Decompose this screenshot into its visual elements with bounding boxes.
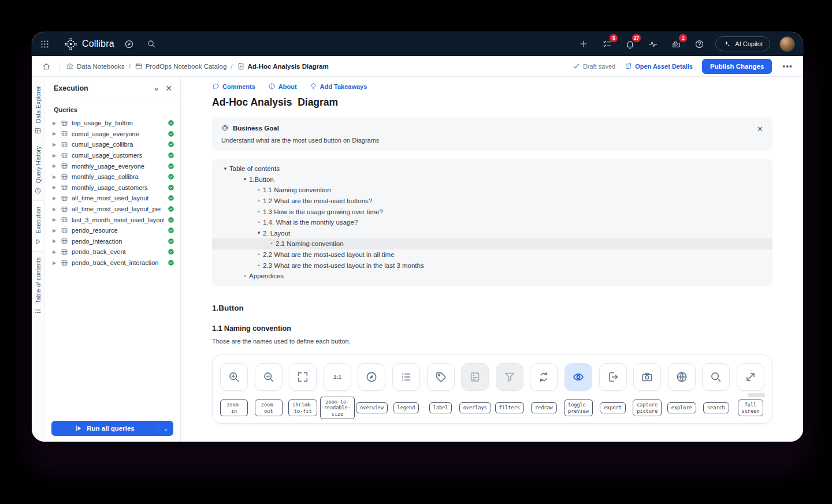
gallery-label-chip: filters [495, 402, 524, 413]
gallery-button-search[interactable] [702, 363, 730, 391]
rail-tab-data-explorer[interactable]: Data Explorer [32, 80, 44, 140]
toc-item-row[interactable]: •1.3 How is the usage growing over time? [212, 206, 772, 217]
caret-down-icon[interactable]: ▼ [221, 166, 229, 171]
expand-caret-icon[interactable]: ▶ [53, 249, 57, 255]
home-icon[interactable] [39, 59, 54, 74]
gallery-item: shrink- to-fit [289, 363, 317, 420]
toc-item-row[interactable]: •1.1 Naming convention [212, 185, 772, 196]
horizontal-scrollbar-thumb[interactable] [748, 393, 765, 397]
expand-caret-icon[interactable]: ▶ [53, 121, 57, 126]
query-row[interactable]: ▶pendo_track_event_interaction [53, 257, 174, 268]
query-row[interactable]: ▶all_time_most_used_layout [53, 193, 174, 204]
expand-caret-icon[interactable]: ▶ [53, 228, 57, 233]
add-icon[interactable] [577, 37, 590, 51]
gallery-button-zoom-in[interactable] [220, 363, 248, 391]
breadcrumb-notebook-catalog[interactable]: ProdOps Notebook Catalog [135, 62, 227, 70]
query-row[interactable]: ▶pendo_track_event [53, 247, 174, 257]
toc-item-row[interactable]: •2.3 What are the most-used layout in th… [212, 260, 772, 271]
gallery-button-full-screen[interactable] [737, 363, 764, 391]
caret-down-icon[interactable]: ▼ [255, 230, 263, 236]
open-asset-details-link[interactable]: Open Asset Details [625, 62, 693, 70]
toc-item-row[interactable]: •2.1 Naming convention [212, 238, 772, 249]
query-row[interactable]: ▶last_3_month_most_used_layout [53, 214, 174, 225]
expand-caret-icon[interactable]: ▶ [53, 207, 57, 212]
toc-item-label: Table of contents [229, 165, 280, 172]
table-icon [61, 237, 68, 245]
notifications-bell-icon[interactable]: 27 [623, 37, 637, 51]
expand-caret-icon[interactable]: ▶ [53, 217, 57, 222]
query-row[interactable]: ▶cumul_usage_customers [53, 150, 174, 161]
gallery-button-label[interactable] [427, 363, 455, 391]
toc-item-row[interactable]: •1.4. What is the monthly usage? [212, 217, 772, 228]
expand-caret-icon[interactable]: ▶ [53, 142, 57, 147]
collibra-logo[interactable]: Collibra [64, 38, 114, 50]
close-icon[interactable]: ✕ [757, 125, 763, 133]
run-all-queries-button[interactable]: Run all queries ⌄ [51, 421, 173, 436]
query-row[interactable]: ▶monthly_usage_customers [53, 182, 174, 193]
gallery-button-export[interactable] [599, 363, 627, 391]
expand-caret-icon[interactable]: ▶ [53, 260, 57, 266]
compass-icon[interactable] [122, 37, 136, 51]
gallery-label-chip: zoom-to- readable- size [320, 397, 355, 420]
gallery-button-overlays[interactable] [461, 363, 489, 391]
expand-caret-icon[interactable]: ▶ [53, 131, 57, 136]
query-row[interactable]: ▶all_time_most_used_layout_pie [53, 204, 174, 215]
ai-copilot-button[interactable]: AI Copilot [715, 36, 770, 51]
user-avatar[interactable] [779, 36, 795, 52]
query-row[interactable]: ▶pendo_interaction [53, 236, 174, 247]
gallery-button-redraw[interactable] [530, 363, 558, 391]
search-icon[interactable] [144, 37, 158, 51]
rail-tab-execution[interactable]: Execution [32, 201, 44, 251]
app-launcher-icon[interactable] [38, 37, 51, 51]
gallery-button-filters[interactable] [496, 363, 523, 391]
run-options-chevron-icon[interactable]: ⌄ [158, 421, 173, 436]
gallery-item: label [427, 363, 455, 420]
gallery-button-capture-picture[interactable] [633, 363, 661, 391]
expand-caret-icon[interactable]: ▶ [53, 185, 57, 190]
tasks-icon[interactable]: 5 [600, 37, 614, 51]
gallery-button-overview[interactable] [358, 363, 385, 391]
query-row[interactable]: ▶top_usage_by_button [53, 118, 174, 129]
gallery-button-explore[interactable] [668, 363, 696, 391]
help-icon[interactable] [692, 37, 706, 51]
breadcrumb-data-notebooks[interactable]: Data Notebooks [66, 62, 124, 70]
table-icon [61, 173, 68, 181]
gallery-button-toggle-preview[interactable] [564, 363, 592, 391]
query-row[interactable]: ▶cumul_usage_everyone [53, 129, 174, 140]
gallery-button-shrink-to-fit[interactable] [289, 363, 317, 391]
expand-caret-icon[interactable]: ▶ [53, 163, 57, 169]
rail-tab-table-of-contents[interactable]: Table of contents [32, 252, 44, 320]
toc-item-row[interactable]: ▼2. Layout [212, 228, 772, 239]
toc-root-row[interactable]: ▼Table of contents [212, 163, 772, 174]
expand-caret-icon[interactable]: ▶ [53, 174, 57, 180]
toc-item-row[interactable]: ▼1.Button [212, 174, 772, 185]
close-panel-icon[interactable]: ✕ [165, 84, 172, 92]
expand-caret-icon[interactable]: ▶ [53, 238, 57, 244]
collapse-panel-icon[interactable]: » [154, 85, 158, 92]
query-row[interactable]: ▶cumul_usage_collibra [53, 139, 174, 150]
caret-down-icon[interactable]: ▼ [241, 177, 249, 182]
comments-button[interactable]: Comments [212, 83, 255, 90]
basket-icon[interactable]: 1 [669, 37, 683, 51]
gallery-button-zoom-out[interactable] [255, 363, 283, 391]
expand-caret-icon[interactable]: ▶ [53, 196, 57, 201]
bullet-icon: • [241, 273, 249, 279]
activity-pulse-icon[interactable] [646, 37, 660, 51]
toc-item-row[interactable]: •Appendices [212, 271, 772, 282]
query-row[interactable]: ▶monthly_usage_everyone [53, 160, 174, 171]
about-button[interactable]: About [268, 83, 297, 90]
query-row[interactable]: ▶monthly_usage_collibra [53, 171, 174, 182]
bullet-icon: • [255, 252, 263, 257]
toc-item-row[interactable]: •2.2 What are the most-used layout in al… [212, 249, 772, 260]
toc-item-row[interactable]: •1.2 What are the most-used buttons? [212, 196, 772, 207]
publish-changes-button[interactable]: Publish Changes [702, 59, 772, 74]
gallery-button-zoom-to-readable-size[interactable]: 1:1 [324, 363, 351, 391]
more-options-icon[interactable]: ••• [781, 62, 794, 71]
rail-tab-query-history[interactable]: Query History [32, 140, 44, 200]
gallery-item: 1:1zoom-to- readable- size [324, 363, 351, 420]
gallery-button-legend[interactable] [392, 363, 420, 391]
gallery-label-chip: explore [667, 402, 696, 413]
add-takeaways-button[interactable]: Add Takeaways [310, 83, 367, 90]
query-row[interactable]: ▶pendo_resource [53, 225, 174, 236]
expand-caret-icon[interactable]: ▶ [53, 153, 57, 158]
